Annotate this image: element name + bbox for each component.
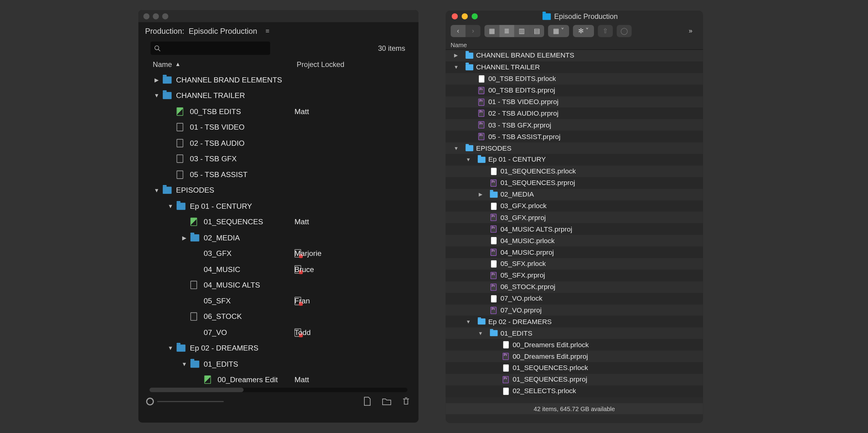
finder-row[interactable]: 07_VO.prproj xyxy=(445,304,703,316)
action-button[interactable]: ✻ ˅ xyxy=(573,25,594,37)
disclosure-icon[interactable]: ▼ xyxy=(450,64,462,70)
view-list-button[interactable]: ≣ xyxy=(499,25,514,37)
finder-row[interactable]: 01_SEQUENCES.prlock xyxy=(445,166,703,177)
finder-row[interactable]: 05 - TSB ASSIST.prproj xyxy=(445,131,703,142)
finder-row[interactable]: ▼01_EDITS xyxy=(445,327,703,339)
finder-row[interactable]: 00_Dreamers Edit.prlock xyxy=(445,339,703,350)
finder-row[interactable]: 03_GFX.prproj xyxy=(445,212,703,223)
tree-row[interactable]: ▼EPISODES xyxy=(149,182,412,198)
finder-row[interactable]: 00_TSB EDITS.prproj xyxy=(445,85,703,96)
finder-status-bar: 42 items, 645.72 GB available xyxy=(445,403,703,414)
disclosure-icon[interactable]: ▶ xyxy=(182,235,187,241)
finder-row[interactable]: ▼EPISODES xyxy=(445,142,703,154)
tree-row[interactable]: ▼Ep 02 - DREAMERS xyxy=(149,340,412,356)
disclosure-icon[interactable]: ▶ xyxy=(154,77,159,83)
finder-file-list[interactable]: ▶CHANNEL BRAND ELEMENTS▼CHANNEL TRAILER0… xyxy=(445,50,703,403)
group-button[interactable]: ▦ ˅ xyxy=(548,25,569,37)
finder-row[interactable]: ▶02_MEDIA xyxy=(445,189,703,200)
project-icon xyxy=(190,281,200,289)
disclosure-icon[interactable]: ▼ xyxy=(168,203,173,209)
tree-row[interactable]: 01_SEQUENCESMatt xyxy=(149,214,412,230)
zoom-slider[interactable] xyxy=(146,397,224,405)
finder-window: Episodic Production ‹ › ▦ ≣ ▥ ▤ ▦ ˅ ✻ ˅ … xyxy=(445,11,703,423)
column-headers[interactable]: Name ▲ Project Locked xyxy=(138,58,418,72)
locked-by: Todd xyxy=(294,328,311,337)
panel-menu-icon[interactable]: ≡ xyxy=(266,27,270,34)
finder-row[interactable]: ▶CHANNEL BRAND ELEMENTS xyxy=(445,50,703,61)
view-column-button[interactable]: ▥ xyxy=(514,25,529,37)
new-item-icon[interactable] xyxy=(363,397,372,406)
finder-col-name[interactable]: Name xyxy=(445,40,703,50)
tree-row[interactable]: ▼Ep 01 - CENTURY xyxy=(149,198,412,214)
item-name: 03_GFX xyxy=(204,250,232,258)
tree-row[interactable]: 02 - TSB AUDIO xyxy=(149,135,412,151)
disclosure-icon[interactable]: ▶ xyxy=(450,53,462,58)
search-input[interactable] xyxy=(151,42,270,55)
disclosure-icon[interactable]: ▼ xyxy=(474,330,487,336)
view-icon-button[interactable]: ▦ xyxy=(485,25,499,37)
finder-row[interactable]: 02_SELECTS.prlock xyxy=(445,385,703,397)
disclosure-icon[interactable]: ▶ xyxy=(474,192,487,197)
tree-row[interactable]: 04_MUSICBruce xyxy=(149,261,412,277)
horizontal-scrollbar[interactable] xyxy=(149,388,407,392)
finder-row[interactable]: ▼CHANNEL TRAILER xyxy=(445,61,703,73)
disclosure-icon[interactable]: ▼ xyxy=(462,157,474,163)
finder-row[interactable]: 00_TSB EDITS.prlock xyxy=(445,73,703,85)
minimize-icon[interactable] xyxy=(462,13,468,20)
disclosure-icon[interactable]: ▼ xyxy=(182,361,187,367)
tree-row[interactable]: 05 - TSB ASSIST xyxy=(149,167,412,182)
finder-row[interactable]: 01_SEQUENCES.prlock xyxy=(445,362,703,374)
new-folder-icon[interactable] xyxy=(382,397,392,406)
tree-row[interactable]: 03_GFXMarjorie xyxy=(149,246,412,261)
finder-row[interactable]: 00_Dreamers Edit.prproj xyxy=(445,350,703,362)
finder-row[interactable]: 06_STOCK.prproj xyxy=(445,281,703,293)
tags-button[interactable]: ◯ xyxy=(617,25,632,37)
premiere-titlebar[interactable] xyxy=(138,10,418,22)
tree-row[interactable]: 06_STOCK xyxy=(149,309,412,325)
tree-row[interactable]: 00_Dreamers EditMatt xyxy=(149,372,412,386)
disclosure-icon[interactable]: ▼ xyxy=(154,187,159,194)
finder-row[interactable]: 05_SFX.prproj xyxy=(445,269,703,281)
disclosure-icon[interactable]: ▼ xyxy=(462,319,474,324)
finder-titlebar[interactable]: Episodic Production xyxy=(445,11,703,22)
tree-row[interactable]: 05_SFXFran xyxy=(149,293,412,309)
project-tree[interactable]: ▶CHANNEL BRAND ELEMENTS▼CHANNEL TRAILER0… xyxy=(149,72,412,387)
finder-row[interactable]: 01_SEQUENCES.prproj xyxy=(445,177,703,189)
tree-row[interactable]: ▼CHANNEL TRAILER xyxy=(149,88,412,104)
disclosure-icon[interactable]: ▼ xyxy=(154,92,159,98)
toolbar-overflow-button[interactable]: » xyxy=(683,25,698,37)
tree-row[interactable]: ▶02_MEDIA xyxy=(149,230,412,246)
finder-row[interactable]: 01 - TSB VIDEO.prproj xyxy=(445,96,703,108)
tree-row[interactable]: ▶CHANNEL BRAND ELEMENTS xyxy=(149,72,412,88)
close-icon[interactable] xyxy=(452,13,458,20)
disclosure-icon[interactable]: ▼ xyxy=(168,345,173,351)
finder-row[interactable]: 05_SFX.prlock xyxy=(445,258,703,269)
view-gallery-button[interactable]: ▤ xyxy=(529,25,544,37)
finder-row[interactable]: ▼Ep 02 - DREAMERS xyxy=(445,316,703,327)
tree-row[interactable]: 03 - TSB GFX xyxy=(149,151,412,167)
share-button[interactable]: ⇧ xyxy=(598,25,613,37)
finder-row[interactable]: 02 - TSB AUDIO.prproj xyxy=(445,108,703,119)
finder-row[interactable]: 07_VO.prlock xyxy=(445,293,703,304)
finder-row[interactable]: 04_MUSIC.prproj xyxy=(445,247,703,258)
tree-row[interactable]: 01 - TSB VIDEO xyxy=(149,119,412,135)
finder-row[interactable]: 03 - TSB GFX.prproj xyxy=(445,119,703,131)
file-name: 00_TSB EDITS.prproj xyxy=(488,86,555,94)
project-icon xyxy=(177,170,187,179)
finder-row[interactable]: ▼Ep 01 - CENTURY xyxy=(445,154,703,166)
scrollbar-thumb[interactable] xyxy=(149,388,243,392)
finder-row[interactable]: 04_MUSIC.prlock xyxy=(445,235,703,247)
finder-row[interactable]: 01_SEQUENCES.prproj xyxy=(445,374,703,385)
finder-row[interactable]: 04_MUSIC ALTS.prproj xyxy=(445,223,703,235)
nav-back-button[interactable]: ‹ xyxy=(451,25,466,37)
disclosure-icon[interactable]: ▼ xyxy=(450,145,462,151)
finder-row[interactable]: 03_GFX.prlock xyxy=(445,200,703,212)
trash-icon[interactable] xyxy=(401,397,411,406)
tree-row[interactable]: 07_VOTodd xyxy=(149,325,412,341)
zoom-knob-icon xyxy=(146,397,154,405)
file-name: 03_GFX.prlock xyxy=(500,202,547,210)
tree-row[interactable]: ▼01_EDITS xyxy=(149,356,412,372)
tree-row[interactable]: 00_TSB EDITSMatt xyxy=(149,104,412,119)
tree-row[interactable]: 04_MUSIC ALTS xyxy=(149,277,412,293)
nav-forward-button[interactable]: › xyxy=(466,25,480,37)
